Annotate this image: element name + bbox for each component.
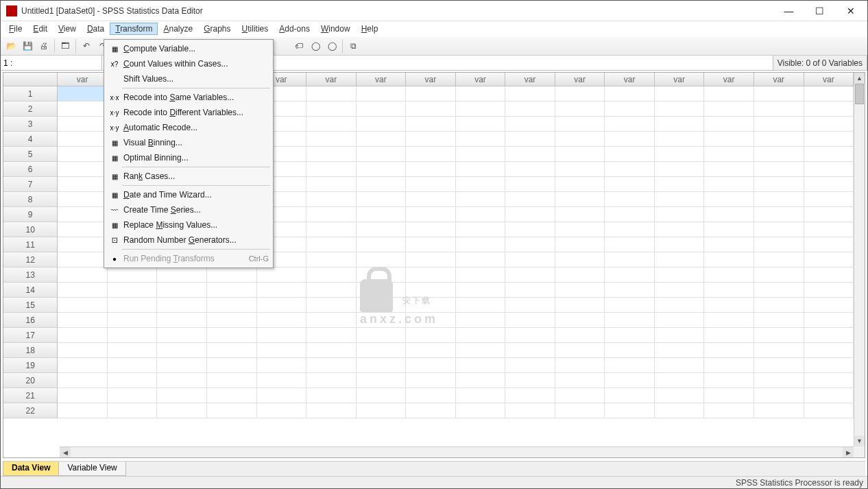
grid-cell[interactable] — [505, 403, 555, 418]
grid-cell[interactable] — [157, 403, 207, 418]
menu-graphs[interactable]: Graphs — [198, 23, 236, 35]
grid-cell[interactable] — [456, 343, 506, 358]
grid-cell[interactable] — [456, 222, 506, 237]
column-header[interactable]: var — [605, 73, 655, 86]
grid-cell[interactable] — [406, 252, 456, 267]
grid-cell[interactable] — [406, 343, 456, 358]
grid-cell[interactable] — [406, 298, 456, 313]
grid-cell[interactable] — [605, 373, 655, 388]
row-header[interactable]: 17 — [3, 328, 58, 343]
grid-cell[interactable] — [704, 237, 754, 252]
scroll-left-button[interactable]: ◀ — [60, 447, 71, 457]
grid-cell[interactable] — [406, 102, 456, 117]
grid-cell[interactable] — [207, 343, 257, 358]
grid-cell[interactable] — [357, 162, 407, 177]
grid-cell[interactable] — [555, 117, 605, 132]
grid-cell[interactable] — [456, 177, 506, 192]
grid-cell[interactable] — [704, 313, 754, 328]
grid-cell[interactable] — [804, 298, 854, 313]
grid-cell[interactable] — [804, 132, 854, 147]
grid-cell[interactable] — [306, 283, 357, 298]
grid-cell[interactable] — [58, 222, 108, 237]
grid-cell[interactable] — [655, 207, 705, 222]
column-header[interactable]: var — [357, 73, 407, 86]
grid-cell[interactable] — [655, 298, 705, 313]
grid-cell[interactable] — [406, 222, 456, 237]
grid-cell[interactable] — [754, 343, 804, 358]
grid-cell[interactable] — [555, 313, 605, 328]
menu-file[interactable]: File — [3, 23, 27, 35]
grid-cell[interactable] — [605, 147, 655, 162]
grid-cell[interactable] — [108, 298, 158, 313]
grid-cell[interactable] — [207, 373, 257, 388]
row-header[interactable]: 7 — [3, 177, 58, 192]
grid-cell[interactable] — [505, 343, 555, 358]
grid-cell[interactable] — [306, 267, 357, 283]
grid-cell[interactable] — [704, 162, 754, 177]
grid-cell[interactable] — [704, 388, 754, 403]
grid-cell[interactable] — [555, 328, 605, 343]
grid-cell[interactable] — [804, 222, 854, 237]
menu-window[interactable]: Window — [315, 23, 356, 35]
menu-item-random-number-generators[interactable]: ⚀Random Number Generators... — [106, 232, 272, 248]
grid-cell[interactable] — [306, 147, 357, 162]
grid-cell[interactable] — [505, 207, 555, 222]
grid-cell[interactable] — [505, 192, 555, 207]
grid-cell[interactable] — [555, 298, 605, 313]
grid-cell[interactable] — [704, 132, 754, 147]
grid-cell[interactable] — [58, 283, 108, 298]
grid-cell[interactable] — [108, 267, 158, 283]
grid-cell[interactable] — [306, 192, 357, 207]
grid-cell[interactable] — [108, 388, 158, 403]
horizontal-scrollbar[interactable]: ◀ ▶ — [60, 446, 854, 457]
grid-cell[interactable] — [655, 86, 705, 102]
row-header[interactable]: 10 — [3, 222, 58, 237]
grid-cell[interactable] — [804, 328, 854, 343]
grid-cell[interactable] — [804, 388, 854, 403]
grid-cell[interactable] — [704, 207, 754, 222]
grid-cell[interactable] — [58, 102, 108, 117]
grid-cell[interactable] — [754, 373, 804, 388]
weight-icon[interactable]: ◯ — [324, 38, 339, 53]
grid-cell[interactable] — [357, 86, 407, 102]
grid-cell[interactable] — [58, 192, 108, 207]
grid-cell[interactable] — [306, 102, 357, 117]
grid-cell[interactable] — [306, 207, 357, 222]
grid-cell[interactable] — [605, 102, 655, 117]
grid-cell[interactable] — [754, 298, 804, 313]
grid-cell[interactable] — [555, 358, 605, 373]
grid-cell[interactable] — [505, 388, 555, 403]
grid-cell[interactable] — [406, 192, 456, 207]
grid-cell[interactable] — [754, 162, 804, 177]
grid-cell[interactable] — [456, 192, 506, 207]
row-header[interactable]: 13 — [3, 267, 58, 283]
grid-cell[interactable] — [108, 373, 158, 388]
recall-icon[interactable]: 🗔 — [58, 38, 73, 53]
grid-cell[interactable] — [108, 343, 158, 358]
menu-item-count-values-within-cases[interactable]: x?Count Values within Cases... — [106, 56, 272, 71]
row-header[interactable]: 8 — [3, 192, 58, 207]
grid-cell[interactable] — [555, 86, 605, 102]
grid-cell[interactable] — [306, 373, 357, 388]
grid-cell[interactable] — [804, 343, 854, 358]
grid-cell[interactable] — [804, 192, 854, 207]
grid-cell[interactable] — [207, 403, 257, 418]
grid-cell[interactable] — [605, 117, 655, 132]
grid-cell[interactable] — [605, 177, 655, 192]
grid-cell[interactable] — [555, 237, 605, 252]
grid-cell[interactable] — [157, 298, 207, 313]
menu-add-ons[interactable]: Add-ons — [274, 23, 315, 35]
grid-cell[interactable] — [555, 252, 605, 267]
grid-cell[interactable] — [257, 328, 307, 343]
grid-cell[interactable] — [406, 147, 456, 162]
menu-item-date-and-time-wizard[interactable]: ▦Date and Time Wizard... — [106, 187, 272, 202]
grid-cell[interactable] — [257, 298, 307, 313]
grid-cell[interactable] — [456, 267, 506, 283]
grid-cell[interactable] — [655, 117, 705, 132]
grid-cell[interactable] — [754, 283, 804, 298]
grid-cell[interactable] — [257, 388, 307, 403]
grid-cell[interactable] — [406, 403, 456, 418]
undo-icon[interactable]: ↶ — [79, 38, 94, 53]
menu-data[interactable]: Data — [82, 23, 110, 35]
grid-cell[interactable] — [207, 358, 257, 373]
